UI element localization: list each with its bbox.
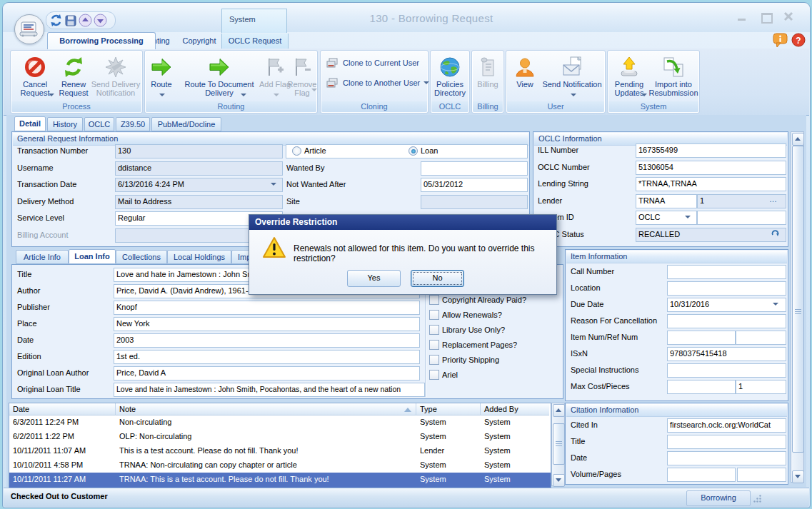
scroll-up-arrow[interactable]: [792, 133, 804, 146]
ill-number-input[interactable]: 167355499: [636, 143, 786, 158]
renew-request-button[interactable]: Renew Request: [56, 53, 91, 100]
system-id-dropdown-icon[interactable]: [685, 216, 691, 218]
notes-column-type[interactable]: Type: [416, 403, 481, 415]
article-radio[interactable]: [292, 146, 301, 156]
tab-pubmed-docline[interactable]: PubMed/Docline: [151, 117, 221, 131]
library-use-only-checkbox[interactable]: [429, 325, 439, 335]
yes-button[interactable]: Yes: [347, 270, 401, 287]
oclc-status-input[interactable]: RECALLED: [636, 228, 786, 242]
status-refresh-icon[interactable]: [771, 229, 780, 238]
tab-local-holdings[interactable]: Local Holdings: [167, 250, 231, 264]
tab-oclc[interactable]: OCLC: [84, 117, 114, 131]
reason-for-cancellation-input[interactable]: [667, 314, 786, 328]
resize-grip-icon[interactable]: [753, 494, 762, 503]
original-loan-author-input[interactable]: Price, David A: [114, 366, 420, 381]
citation-date-input[interactable]: [667, 451, 786, 465]
scroll-down-arrow[interactable]: [553, 474, 565, 487]
edition-input[interactable]: 1st ed.: [114, 350, 420, 364]
special-instructions-input[interactable]: [667, 363, 786, 378]
transaction-date-input[interactable]: 6/13/2016 4:24 PM: [115, 178, 283, 192]
ariel-label: Ariel: [442, 371, 458, 379]
scroll-down-icon[interactable]: [94, 14, 107, 27]
scroll-up-icon[interactable]: [79, 14, 92, 27]
feedback-icon[interactable]: [773, 33, 788, 49]
note-row[interactable]: 6/2/2011 1:22 PM OLP: Non-circulating Sy…: [9, 430, 551, 445]
call-number-input[interactable]: [667, 265, 786, 279]
no-button[interactable]: No: [411, 270, 464, 287]
replacement-pages-checkbox[interactable]: [429, 340, 439, 350]
copyright-already-paid-checkbox[interactable]: [429, 295, 439, 305]
tab-detail[interactable]: Detail: [14, 116, 46, 131]
ref-num-input[interactable]: [736, 331, 786, 345]
tab-loan-info[interactable]: Loan Info: [69, 249, 116, 264]
transaction-number-input[interactable]: 130: [115, 144, 283, 158]
delivery-method-input[interactable]: Mail to Address: [115, 195, 283, 209]
scroll-up-arrow[interactable]: [553, 404, 565, 417]
isxn-input[interactable]: 9780375415418: [667, 347, 786, 361]
loan-radio[interactable]: [408, 146, 418, 156]
refresh-icon[interactable]: [49, 14, 63, 27]
cancel-request-button[interactable]: Cancel Request: [15, 53, 55, 100]
help-icon[interactable]: ?: [791, 33, 806, 47]
item-num-input[interactable]: [667, 331, 736, 345]
pages-input[interactable]: [737, 468, 786, 482]
tab-borrowing-processing[interactable]: Borrowing Processing: [47, 32, 156, 49]
lender-ellipsis-button[interactable]: …: [769, 195, 777, 203]
tab-copyright[interactable]: Copyright: [176, 34, 223, 49]
tab-collections[interactable]: Collections: [116, 250, 167, 264]
due-date-input[interactable]: 10/31/2016: [667, 298, 786, 312]
policies-directory-button[interactable]: Policies Directory: [431, 53, 468, 100]
tab-oclc-request[interactable]: OCLC Request: [221, 34, 289, 49]
place-input[interactable]: New York: [114, 317, 420, 331]
route-to-document-delivery-button[interactable]: Route To Document Delivery: [176, 53, 262, 100]
date-input[interactable]: 2003: [114, 333, 420, 348]
allow-renewals-checkbox[interactable]: [429, 310, 439, 320]
wanted-by-input[interactable]: [421, 161, 528, 176]
minimize-button[interactable]: [734, 11, 750, 23]
priority-shipping-checkbox[interactable]: [429, 355, 439, 365]
notes-column-note[interactable]: Note: [116, 403, 416, 415]
scroll-down-arrow[interactable]: [792, 470, 804, 483]
citation-title-input[interactable]: [667, 435, 786, 449]
tab-history[interactable]: History: [47, 117, 83, 131]
notes-column-date[interactable]: Date: [9, 403, 116, 415]
ariel-checkbox[interactable]: [429, 370, 439, 380]
pending-updates-button[interactable]: Pending Updates: [611, 53, 648, 100]
max-cost-input[interactable]: [667, 380, 736, 394]
detail-scrollbar[interactable]: [791, 131, 804, 483]
original-loan-title-input[interactable]: Love and hate in Jamestown : John Smith,…: [114, 383, 425, 397]
note-row[interactable]: 10/10/2011 4:58 PM TRNAA: Non-circulatin…: [9, 458, 551, 473]
notes-column-added-by[interactable]: Added By: [481, 403, 549, 415]
not-wanted-after-input[interactable]: 05/31/2012: [421, 178, 528, 192]
note-row[interactable]: 10/11/2011 11:07 AM This is a test accou…: [9, 444, 551, 459]
note-row[interactable]: 6/3/2011 12:24 PM Non-circulating System…: [9, 415, 551, 430]
tab-z3950[interactable]: Z39.50: [116, 117, 150, 131]
cited-in-input[interactable]: firstsearch.oclc.org:WorldCat: [667, 418, 786, 433]
note-text: TRNAA: This is a test account. Please do…: [116, 473, 416, 487]
save-icon[interactable]: [64, 14, 77, 27]
note-row-selected[interactable]: 10/11/2011 11:27 AM TRNAA: This is a tes…: [9, 473, 551, 488]
maximize-button[interactable]: [758, 11, 774, 23]
clone-to-current-user-button[interactable]: Clone to Current User: [324, 55, 428, 71]
send-notification-button[interactable]: Send Notification: [541, 53, 603, 100]
close-button[interactable]: [783, 11, 798, 23]
location-input[interactable]: [667, 281, 786, 296]
lending-string-input[interactable]: *TRNAA,TRNAA: [636, 177, 786, 191]
oclc-number-input[interactable]: 51306054: [636, 161, 786, 175]
clone-to-another-user-button[interactable]: Clone to Another User: [324, 75, 428, 91]
import-into-resubmission-button[interactable]: Import into Resubmission: [649, 53, 698, 100]
application-menu-button[interactable]: [14, 14, 44, 44]
system-id-input[interactable]: [697, 211, 786, 225]
scrollbar-thumb[interactable]: [553, 423, 565, 465]
transaction-date-dropdown-icon[interactable]: [271, 183, 276, 186]
username-input[interactable]: ddistance: [115, 161, 283, 176]
view-user-button[interactable]: View: [511, 53, 539, 100]
lender-input[interactable]: TRNAA: [636, 194, 697, 208]
tab-article-info[interactable]: Article Info: [16, 250, 69, 264]
volume-input[interactable]: [667, 468, 736, 482]
notes-scrollbar[interactable]: [551, 403, 565, 486]
pieces-input[interactable]: 1: [736, 380, 786, 394]
scrollbar-thumb[interactable]: [792, 146, 804, 453]
due-date-dropdown-icon[interactable]: [773, 303, 778, 306]
publisher-input[interactable]: Knopf: [114, 301, 420, 315]
